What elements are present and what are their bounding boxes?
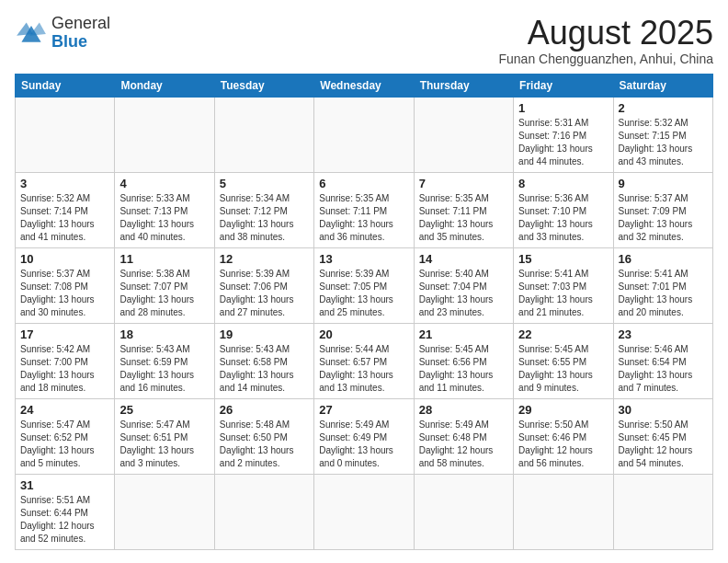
header-tuesday: Tuesday xyxy=(214,74,313,97)
calendar-week-row: 10Sunrise: 5:37 AM Sunset: 7:08 PM Dayli… xyxy=(16,247,713,323)
calendar-cell: 24Sunrise: 5:47 AM Sunset: 6:52 PM Dayli… xyxy=(16,398,115,474)
day-info: Sunrise: 5:37 AM Sunset: 7:08 PM Dayligh… xyxy=(20,268,109,319)
day-info: Sunrise: 5:33 AM Sunset: 7:13 PM Dayligh… xyxy=(119,192,209,244)
day-info: Sunrise: 5:39 AM Sunset: 7:06 PM Dayligh… xyxy=(220,268,309,319)
calendar-week-row: 3Sunrise: 5:32 AM Sunset: 7:14 PM Daylig… xyxy=(16,172,713,247)
calendar-week-row: 17Sunrise: 5:42 AM Sunset: 7:00 PM Dayli… xyxy=(16,323,713,398)
day-number: 11 xyxy=(119,252,209,266)
day-number: 18 xyxy=(119,327,209,341)
day-info: Sunrise: 5:43 AM Sunset: 6:58 PM Dayligh… xyxy=(220,343,309,395)
title-area: August 2025 Funan Chengguanzhen, Anhui, … xyxy=(498,15,713,66)
logo-icon xyxy=(15,19,48,47)
day-number: 9 xyxy=(619,177,708,190)
day-number: 23 xyxy=(619,327,708,341)
day-info: Sunrise: 5:34 AM Sunset: 7:12 PM Dayligh… xyxy=(220,192,309,244)
calendar-week-row: 31Sunrise: 5:51 AM Sunset: 6:44 PM Dayli… xyxy=(16,474,713,549)
calendar-cell: 30Sunrise: 5:50 AM Sunset: 6:45 PM Dayli… xyxy=(613,398,712,474)
calendar-cell xyxy=(214,97,313,172)
logo: General Blue xyxy=(15,15,110,52)
day-number: 6 xyxy=(319,177,408,190)
calendar-header: General Blue August 2025 Funan Chengguan… xyxy=(15,15,713,66)
day-info: Sunrise: 5:50 AM Sunset: 6:46 PM Dayligh… xyxy=(518,419,608,470)
calendar-cell xyxy=(214,474,313,549)
calendar-cell: 6Sunrise: 5:35 AM Sunset: 7:11 PM Daylig… xyxy=(314,172,414,247)
day-info: Sunrise: 5:49 AM Sunset: 6:49 PM Dayligh… xyxy=(319,419,408,470)
day-number: 3 xyxy=(20,177,109,190)
calendar-cell: 21Sunrise: 5:45 AM Sunset: 6:56 PM Dayli… xyxy=(414,323,513,398)
day-info: Sunrise: 5:46 AM Sunset: 6:54 PM Dayligh… xyxy=(619,343,708,395)
day-number: 1 xyxy=(518,101,608,115)
logo-text: General Blue xyxy=(51,15,110,52)
day-number: 10 xyxy=(20,252,109,266)
day-number: 30 xyxy=(619,403,708,417)
calendar-cell: 28Sunrise: 5:49 AM Sunset: 6:48 PM Dayli… xyxy=(414,398,513,474)
day-number: 16 xyxy=(619,252,708,266)
day-number: 20 xyxy=(319,327,408,341)
calendar-cell: 16Sunrise: 5:41 AM Sunset: 7:01 PM Dayli… xyxy=(613,247,712,323)
day-info: Sunrise: 5:32 AM Sunset: 7:14 PM Dayligh… xyxy=(20,192,109,244)
calendar-cell: 23Sunrise: 5:46 AM Sunset: 6:54 PM Dayli… xyxy=(613,323,712,398)
day-info: Sunrise: 5:50 AM Sunset: 6:45 PM Dayligh… xyxy=(619,419,708,470)
day-info: Sunrise: 5:35 AM Sunset: 7:11 PM Dayligh… xyxy=(319,192,408,244)
calendar-cell: 3Sunrise: 5:32 AM Sunset: 7:14 PM Daylig… xyxy=(16,172,115,247)
day-number: 5 xyxy=(220,177,309,190)
calendar-cell: 20Sunrise: 5:44 AM Sunset: 6:57 PM Dayli… xyxy=(314,323,414,398)
day-info: Sunrise: 5:32 AM Sunset: 7:15 PM Dayligh… xyxy=(619,117,708,168)
header-sunday: Sunday xyxy=(16,74,115,97)
day-info: Sunrise: 5:47 AM Sunset: 6:51 PM Dayligh… xyxy=(119,419,209,470)
day-number: 27 xyxy=(319,403,408,417)
day-info: Sunrise: 5:43 AM Sunset: 6:59 PM Dayligh… xyxy=(119,343,209,395)
day-number: 2 xyxy=(619,101,708,115)
calendar-cell: 18Sunrise: 5:43 AM Sunset: 6:59 PM Dayli… xyxy=(115,323,214,398)
day-number: 17 xyxy=(20,327,109,341)
day-info: Sunrise: 5:37 AM Sunset: 7:09 PM Dayligh… xyxy=(619,192,708,244)
calendar-cell: 9Sunrise: 5:37 AM Sunset: 7:09 PM Daylig… xyxy=(613,172,712,247)
calendar-cell: 1Sunrise: 5:31 AM Sunset: 7:16 PM Daylig… xyxy=(514,97,613,172)
day-number: 7 xyxy=(419,177,508,190)
day-info: Sunrise: 5:49 AM Sunset: 6:48 PM Dayligh… xyxy=(419,419,508,470)
calendar-table: Sunday Monday Tuesday Wednesday Thursday… xyxy=(15,74,713,550)
day-info: Sunrise: 5:44 AM Sunset: 6:57 PM Dayligh… xyxy=(319,343,408,395)
calendar-cell: 11Sunrise: 5:38 AM Sunset: 7:07 PM Dayli… xyxy=(115,247,214,323)
day-info: Sunrise: 5:41 AM Sunset: 7:03 PM Dayligh… xyxy=(518,268,608,319)
day-number: 22 xyxy=(518,327,608,341)
weekday-header-row: Sunday Monday Tuesday Wednesday Thursday… xyxy=(16,74,713,97)
calendar-cell: 26Sunrise: 5:48 AM Sunset: 6:50 PM Dayli… xyxy=(214,398,313,474)
day-info: Sunrise: 5:45 AM Sunset: 6:55 PM Dayligh… xyxy=(518,343,608,395)
day-number: 24 xyxy=(20,403,109,417)
day-number: 29 xyxy=(518,403,608,417)
logo-blue: Blue xyxy=(51,32,87,51)
calendar-cell xyxy=(314,97,414,172)
calendar-cell: 14Sunrise: 5:40 AM Sunset: 7:04 PM Dayli… xyxy=(414,247,513,323)
header-friday: Friday xyxy=(514,74,613,97)
calendar-cell: 19Sunrise: 5:43 AM Sunset: 6:58 PM Dayli… xyxy=(214,323,313,398)
calendar-week-row: 24Sunrise: 5:47 AM Sunset: 6:52 PM Dayli… xyxy=(16,398,713,474)
day-number: 21 xyxy=(419,327,508,341)
day-info: Sunrise: 5:47 AM Sunset: 6:52 PM Dayligh… xyxy=(20,419,109,470)
day-info: Sunrise: 5:35 AM Sunset: 7:11 PM Dayligh… xyxy=(419,192,508,244)
day-number: 14 xyxy=(419,252,508,266)
calendar-cell: 27Sunrise: 5:49 AM Sunset: 6:49 PM Dayli… xyxy=(314,398,414,474)
day-number: 15 xyxy=(518,252,608,266)
header-thursday: Thursday xyxy=(414,74,513,97)
day-number: 13 xyxy=(319,252,408,266)
calendar-cell: 12Sunrise: 5:39 AM Sunset: 7:06 PM Dayli… xyxy=(214,247,313,323)
calendar-cell: 8Sunrise: 5:36 AM Sunset: 7:10 PM Daylig… xyxy=(514,172,613,247)
day-info: Sunrise: 5:38 AM Sunset: 7:07 PM Dayligh… xyxy=(119,268,209,319)
day-info: Sunrise: 5:45 AM Sunset: 6:56 PM Dayligh… xyxy=(419,343,508,395)
calendar-cell: 10Sunrise: 5:37 AM Sunset: 7:08 PM Dayli… xyxy=(16,247,115,323)
calendar-cell: 29Sunrise: 5:50 AM Sunset: 6:46 PM Dayli… xyxy=(514,398,613,474)
calendar-cell xyxy=(514,474,613,549)
day-info: Sunrise: 5:40 AM Sunset: 7:04 PM Dayligh… xyxy=(419,268,508,319)
calendar-cell xyxy=(16,97,115,172)
day-info: Sunrise: 5:48 AM Sunset: 6:50 PM Dayligh… xyxy=(220,419,309,470)
calendar-week-row: 1Sunrise: 5:31 AM Sunset: 7:16 PM Daylig… xyxy=(16,97,713,172)
calendar-cell: 5Sunrise: 5:34 AM Sunset: 7:12 PM Daylig… xyxy=(214,172,313,247)
calendar-title: August 2025 xyxy=(498,15,713,52)
calendar-cell: 17Sunrise: 5:42 AM Sunset: 7:00 PM Dayli… xyxy=(16,323,115,398)
calendar-cell: 4Sunrise: 5:33 AM Sunset: 7:13 PM Daylig… xyxy=(115,172,214,247)
day-info: Sunrise: 5:36 AM Sunset: 7:10 PM Dayligh… xyxy=(518,192,608,244)
day-info: Sunrise: 5:51 AM Sunset: 6:44 PM Dayligh… xyxy=(20,494,109,546)
day-number: 25 xyxy=(119,403,209,417)
header-saturday: Saturday xyxy=(613,74,712,97)
